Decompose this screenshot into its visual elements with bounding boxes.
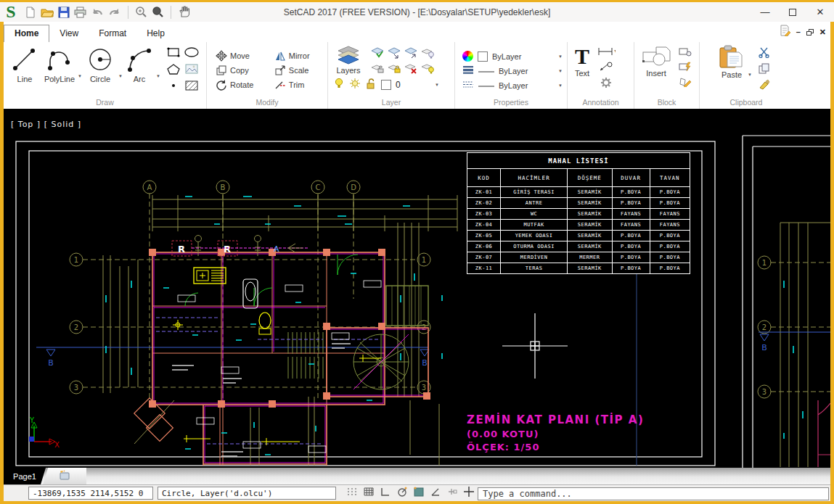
layer-color-swatch[interactable] — [381, 80, 391, 90]
arc-dropdown-icon[interactable]: ▼ — [156, 74, 160, 78]
tab-view[interactable]: View — [49, 25, 89, 42]
hatch-tool-icon[interactable] — [184, 80, 199, 94]
table-cell: YEMEK ODASI — [501, 231, 568, 241]
maximize-button[interactable] — [779, 2, 806, 22]
paste-button[interactable]: Paste — [717, 45, 746, 93]
add-page-tab[interactable] — [43, 468, 86, 484]
block-quick-icon[interactable] — [678, 62, 692, 75]
rotate-button[interactable]: Rotate — [216, 78, 264, 91]
tab-page1[interactable]: Page1 — [4, 468, 46, 484]
quick-access-toolbar — [22, 6, 189, 19]
dimension-icon[interactable]: ▼ — [597, 46, 616, 59]
rectangle-tool-icon[interactable] — [166, 46, 181, 61]
angle-snap-toggle-icon[interactable] — [430, 486, 441, 500]
current-color-swatch — [478, 51, 488, 62]
table-cell: P.BOYA — [612, 263, 650, 274]
linetype-dropdown-icon[interactable]: ▼ — [558, 83, 563, 88]
linetype-icon — [462, 80, 474, 91]
circle-button[interactable]: Circle — [83, 45, 117, 83]
layer-bulb-icon[interactable] — [334, 78, 345, 92]
layers-button[interactable]: Layers — [335, 45, 361, 76]
layer-set-current-icon[interactable] — [370, 46, 386, 61]
polar-toggle-icon[interactable] — [396, 486, 408, 500]
block-edit-icon[interactable] — [678, 77, 692, 90]
layer-off-icon[interactable] — [420, 62, 436, 76]
ortho-toggle-icon[interactable] — [380, 486, 391, 500]
save-icon[interactable] — [58, 7, 70, 18]
layer-delete-icon[interactable] — [404, 62, 420, 76]
redo-icon[interactable] — [108, 7, 121, 18]
copy-clipboard-icon[interactable] — [758, 63, 771, 77]
layer-isolate-icon[interactable] — [387, 46, 403, 61]
command-line[interactable] — [478, 486, 829, 500]
block-browse-icon[interactable] — [678, 46, 692, 59]
drawing-canvas[interactable]: A B C D 1 2 3 1 2 3 1 2 3 — [4, 114, 830, 468]
layer-lock-icon[interactable] — [387, 62, 403, 76]
leader-icon[interactable] — [599, 62, 613, 75]
bathtub — [243, 279, 258, 308]
layer-unisolate-icon[interactable] — [404, 46, 420, 61]
layer-freeze-icon[interactable] — [349, 78, 361, 92]
undo-icon[interactable] — [91, 7, 104, 18]
move-button[interactable]: Move — [216, 49, 264, 62]
tab-home[interactable]: Home — [4, 25, 49, 42]
pan-hand-icon[interactable] — [178, 6, 189, 18]
format-painter-icon[interactable] — [758, 79, 771, 93]
table-cell: ZK-05 — [467, 231, 501, 241]
tab-help[interactable]: Help — [136, 25, 175, 42]
image-tool-icon[interactable] — [184, 63, 199, 78]
trim-button[interactable]: Trim — [274, 78, 320, 91]
print-icon[interactable] — [74, 7, 86, 18]
color-control[interactable]: ByLayer ▼ — [462, 51, 563, 62]
insert-block-button[interactable]: Insert — [640, 45, 672, 90]
lineweight-control[interactable]: ByLayer ▼ — [462, 65, 563, 76]
layer-on-icon[interactable] — [420, 46, 436, 61]
cut-scissors-icon[interactable] — [758, 46, 771, 61]
mirror-button[interactable]: Mirror — [274, 49, 320, 62]
grid-dots-toggle-icon[interactable] — [346, 486, 358, 500]
table-cell: P.BOYA — [612, 198, 650, 209]
grid-toggle-icon[interactable] — [363, 486, 375, 500]
paste-dropdown-icon[interactable]: ▼ — [748, 73, 752, 77]
osnap-toggle-icon[interactable] — [413, 486, 425, 500]
command-input[interactable] — [478, 487, 829, 500]
zoom-extents-icon[interactable] — [152, 6, 164, 18]
crosshair-toggle-icon[interactable] — [463, 486, 475, 500]
linetype-control[interactable]: ByLayer ▼ — [462, 80, 563, 91]
scale-button[interactable]: Scale — [274, 64, 320, 77]
group-label-properties: Properties — [455, 98, 567, 107]
document-edit-icon[interactable] — [779, 25, 790, 39]
mdi-minimize-button[interactable]: – — [796, 28, 801, 36]
view-label[interactable]: [ Top ] [ Solid ] — [11, 120, 81, 129]
lineweight-dropdown-icon[interactable]: ▼ — [558, 69, 563, 73]
tab-format[interactable]: Format — [89, 25, 136, 42]
copy-button[interactable]: Copy — [216, 64, 264, 77]
open-file-icon[interactable] — [41, 7, 54, 18]
table-cell: P.BOYA — [612, 187, 650, 198]
table-cell: WC — [501, 209, 568, 220]
otrack-toggle-icon[interactable] — [446, 486, 458, 500]
mdi-close-button[interactable]: ✕ — [819, 28, 826, 36]
layer-padlock-icon[interactable] — [366, 78, 377, 92]
new-file-icon[interactable] — [25, 7, 36, 18]
layer-dropdown-icon[interactable]: ▼ — [435, 83, 439, 87]
table-cell: P.BOYA — [612, 241, 650, 252]
text-button[interactable]: T Text — [575, 45, 589, 91]
page-tab-bar: Page1 — [4, 468, 830, 484]
close-button[interactable]: ✕ — [806, 2, 834, 22]
minimize-button[interactable]: — — [751, 2, 779, 22]
ellipse-tool-icon[interactable] — [184, 46, 200, 61]
arc-button[interactable]: Arc — [124, 45, 155, 83]
point-tool-icon[interactable] — [166, 80, 181, 93]
color-dropdown-icon[interactable]: ▼ — [558, 54, 563, 59]
circle-dropdown-icon[interactable]: ▼ — [118, 74, 123, 78]
layer-unlock-icon[interactable] — [370, 62, 386, 76]
annotation-settings-gear-icon[interactable] — [600, 77, 612, 91]
line-button[interactable]: Line — [9, 45, 40, 83]
polyline-dropdown-icon[interactable]: ▼ — [78, 74, 82, 78]
table-cell: SERAMİK — [568, 241, 612, 252]
polygon-tool-icon[interactable] — [166, 63, 181, 78]
mdi-restore-button[interactable] — [806, 29, 814, 36]
polyline-button[interactable]: PolyLine — [43, 45, 76, 83]
zoom-in-icon[interactable] — [135, 6, 147, 18]
